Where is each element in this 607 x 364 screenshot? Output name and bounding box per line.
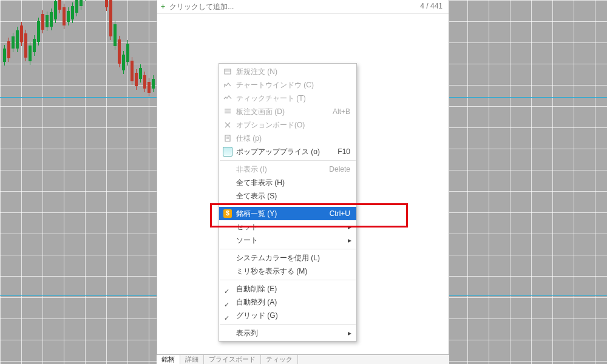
menu-item-label: 自動削除 (E): [236, 282, 277, 295]
menu-item-label: ソート: [236, 234, 258, 247]
menu-item-hide-all[interactable]: 全て非表示 (H): [219, 176, 356, 189]
submenu-arrow-icon: ▸: [348, 234, 351, 247]
menu-item-set[interactable]: セット▸: [219, 220, 356, 234]
menu-item-label: 非表示 (I): [236, 163, 267, 176]
menu-item-label: 自動整列 (A): [236, 295, 277, 309]
menu-item-hide: 非表示 (I)Delete: [219, 163, 356, 176]
menu-item-spec: 仕様 (p): [219, 132, 356, 145]
menu-item-label: 表示列: [236, 326, 258, 340]
menu-item-popup-price[interactable]: ポップアッププライス (o)F10: [219, 145, 356, 158]
order-icon: [223, 67, 232, 76]
menu-item-label: オプションボード(O): [236, 118, 305, 132]
menu-separator: [220, 204, 356, 205]
menu-item-label: 仕様 (p): [236, 132, 262, 145]
submenu-arrow-icon: ▸: [348, 326, 351, 340]
tab-3[interactable]: ティック: [261, 355, 298, 364]
chart-icon: [223, 80, 232, 90]
add-symbol-placeholder: クリックして追加...: [169, 2, 234, 11]
bottom-tabbar: 銘柄詳細プライスボードティック: [157, 354, 449, 364]
menu-item-label: ミリ秒を表示する (M): [236, 265, 307, 278]
menu-item-accel: Alt+B: [333, 105, 350, 118]
check-icon: ✓: [224, 311, 229, 325]
dollar-icon: $: [223, 209, 232, 218]
menu-item-label: 新規注文 (N): [236, 65, 277, 78]
opt-icon: [223, 120, 232, 130]
menu-item-showms[interactable]: ミリ秒を表示する (M): [219, 265, 356, 278]
popup-price-icon: [223, 147, 232, 157]
menu-separator: [220, 324, 356, 325]
menu-item-option-board: オプションボード(O): [219, 118, 356, 132]
menu-item-label: 銘柄一覧 (Y): [236, 207, 277, 220]
menu-item-depth: 板注文画面 (D)Alt+B: [219, 105, 356, 118]
menu-item-tick-chart: ティックチャート (T): [219, 92, 356, 105]
spec-icon: [223, 133, 232, 143]
watchlist-header: + クリックして追加... 4 / 441: [157, 0, 449, 14]
menu-item-accel: Ctrl+U: [330, 207, 350, 220]
menu-item-label: グリッド (G): [236, 309, 278, 322]
depth-icon: [223, 107, 232, 116]
menu-item-grid[interactable]: ✓グリッド (G): [219, 309, 356, 322]
menu-item-label: 板注文画面 (D): [236, 105, 285, 118]
tab-1[interactable]: 詳細: [180, 355, 204, 364]
menu-item-accel: Delete: [329, 163, 350, 176]
menu-separator: [220, 160, 356, 161]
context-menu: 新規注文 (N)チャートウインドウ (C)ティックチャート (T)板注文画面 (…: [219, 63, 357, 342]
symbol-counter: 4 / 441: [420, 2, 443, 10]
menu-item-symbols[interactable]: $銘柄一覧 (Y)Ctrl+U: [219, 207, 356, 220]
add-symbol-input[interactable]: + クリックして追加...: [161, 2, 234, 12]
menu-item-label: ポップアッププライス (o): [236, 145, 320, 158]
menu-item-chart-window: チャートウインドウ (C): [219, 78, 356, 92]
menu-separator: [220, 280, 356, 280]
menu-item-label: チャートウインドウ (C): [236, 78, 314, 92]
submenu-arrow-icon: ▸: [348, 220, 351, 234]
plus-icon: +: [161, 2, 165, 11]
menu-item-label: 全て非表示 (H): [236, 176, 285, 189]
menu-item-label: 全て表示 (S): [236, 189, 277, 203]
menu-item-autoalign[interactable]: ✓自動整列 (A): [219, 295, 356, 309]
tick-icon: [223, 93, 232, 103]
menu-item-autodel[interactable]: ✓自動削除 (E): [219, 282, 356, 295]
menu-item-label: セット: [236, 220, 258, 234]
menu-item-columns[interactable]: 表示列▸: [219, 326, 356, 340]
tab-2[interactable]: プライスボード: [204, 355, 261, 364]
menu-item-new-order: 新規注文 (N): [219, 65, 356, 78]
menu-item-show-all[interactable]: 全て表示 (S): [219, 189, 356, 203]
menu-item-label: システムカラーを使用 (L): [236, 251, 320, 265]
tab-0[interactable]: 銘柄: [157, 355, 180, 364]
menu-item-label: ティックチャート (T): [236, 92, 306, 105]
menu-separator: [220, 249, 356, 249]
menu-item-syscolor[interactable]: システムカラーを使用 (L): [219, 251, 356, 265]
menu-item-accel: F10: [337, 145, 350, 158]
menu-item-sort[interactable]: ソート▸: [219, 234, 356, 247]
